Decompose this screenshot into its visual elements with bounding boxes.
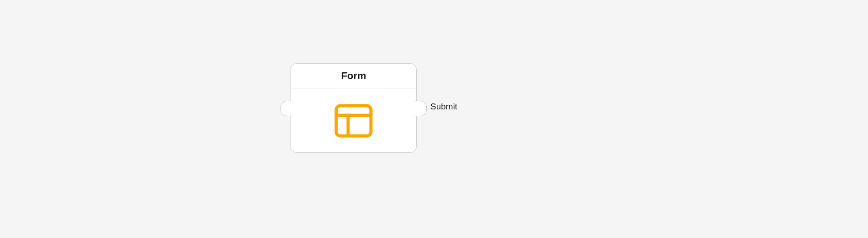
node-title: Form [341, 70, 366, 82]
output-port-submit[interactable] [414, 101, 427, 116]
input-port[interactable] [281, 101, 293, 116]
node-header: Form [291, 64, 416, 88]
diagram-canvas[interactable]: Form Submit [0, 0, 868, 238]
output-port-label: Submit [430, 102, 457, 112]
form-node[interactable]: Form [291, 63, 417, 153]
form-layout-icon [334, 104, 373, 138]
svg-rect-0 [336, 106, 371, 136]
node-body [291, 88, 416, 153]
